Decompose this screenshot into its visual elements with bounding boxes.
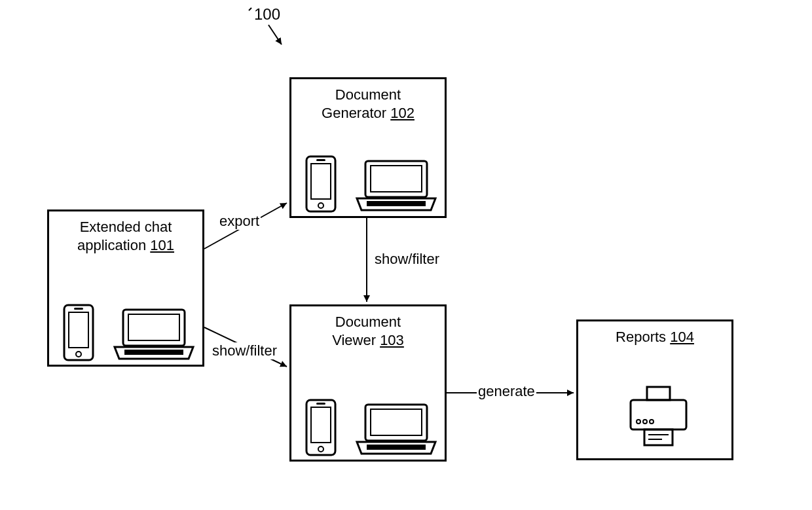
- svg-point-18: [318, 446, 323, 452]
- node-extended-chat-label: Extended chat application 101: [49, 218, 202, 254]
- node-extended-chat-line2: application: [77, 237, 146, 253]
- printer-icon: [627, 384, 690, 449]
- svg-rect-3: [69, 312, 88, 348]
- svg-point-11: [318, 203, 323, 208]
- node-document-viewer-line1: Document: [335, 314, 401, 330]
- svg-rect-5: [74, 308, 83, 310]
- edge-label-generate: generate: [477, 383, 536, 400]
- edge-label-showfilter-2: show/filter: [373, 251, 441, 268]
- node-reports-ref: 104: [670, 329, 694, 345]
- node-document-generator-label: Document Generator 102: [291, 86, 445, 122]
- svg-line-0: [249, 8, 251, 10]
- laptop-icon: [111, 306, 196, 362]
- node-extended-chat-ref: 101: [150, 237, 174, 253]
- svg-rect-17: [311, 407, 331, 443]
- node-extended-chat-line1: Extended chat: [80, 219, 172, 235]
- node-document-viewer: Document Viewer 103: [289, 304, 447, 462]
- node-document-generator: Document Generator 102: [289, 77, 447, 218]
- svg-rect-23: [647, 387, 670, 400]
- phone-icon: [304, 155, 337, 213]
- node-reports: Reports 104: [576, 319, 733, 460]
- svg-rect-28: [644, 429, 673, 445]
- svg-point-25: [637, 420, 640, 424]
- svg-rect-19: [316, 403, 325, 405]
- figure-ref-text: 100: [254, 5, 280, 23]
- edge-label-export: export: [218, 213, 261, 230]
- edge-label-showfilter-1: show/filter: [211, 342, 278, 359]
- node-document-generator-ref: 102: [390, 105, 415, 121]
- node-document-viewer-label: Document Viewer 103: [291, 313, 445, 349]
- phone-icon: [304, 398, 337, 457]
- node-document-viewer-line2: Viewer: [332, 332, 376, 348]
- svg-rect-8: [124, 350, 183, 355]
- svg-rect-7: [128, 314, 179, 340]
- node-reports-title: Reports: [616, 329, 666, 345]
- svg-point-4: [76, 352, 81, 357]
- svg-rect-12: [316, 159, 325, 161]
- laptop-icon: [354, 158, 439, 213]
- svg-rect-24: [631, 400, 686, 429]
- laptop-icon: [354, 401, 439, 457]
- phone-icon: [62, 303, 95, 362]
- node-document-generator-line1: Document: [335, 86, 401, 103]
- svg-rect-22: [367, 445, 426, 450]
- node-extended-chat: Extended chat application 101: [47, 209, 204, 367]
- svg-rect-14: [371, 166, 422, 192]
- diagram-canvas: 100 Extended chat application 101: [0, 0, 812, 510]
- node-document-viewer-ref: 103: [380, 332, 404, 348]
- svg-rect-15: [367, 201, 426, 206]
- svg-rect-21: [371, 409, 422, 435]
- svg-rect-10: [311, 164, 331, 199]
- svg-point-26: [643, 420, 647, 424]
- svg-line-1: [268, 25, 282, 45]
- figure-ref-label: 100: [254, 5, 280, 24]
- svg-point-27: [650, 420, 654, 424]
- node-document-generator-line2: Generator: [322, 105, 386, 121]
- node-reports-label: Reports 104: [578, 328, 731, 346]
